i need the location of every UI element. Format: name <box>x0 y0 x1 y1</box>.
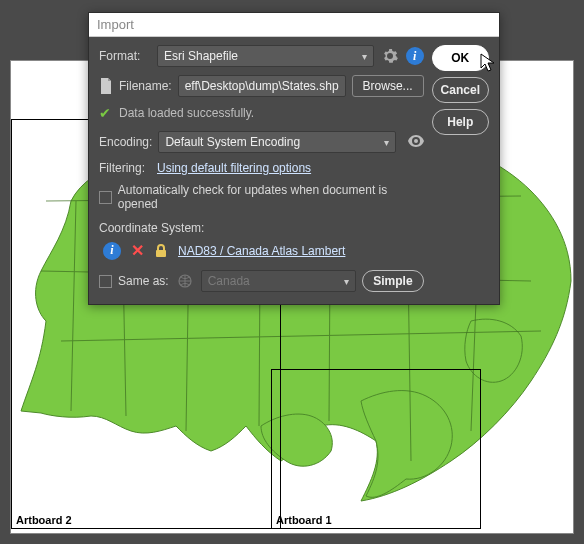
format-label: Format: <box>99 49 151 63</box>
coord-system-link[interactable]: NAD83 / Canada Atlas Lambert <box>178 244 345 258</box>
same-as-value: Canada <box>208 274 250 288</box>
format-value: Esri Shapefile <box>164 49 238 63</box>
cancel-button[interactable]: Cancel <box>432 77 489 103</box>
dialog-title: Import <box>89 13 499 37</box>
filtering-label: Filtering: <box>99 161 151 175</box>
status-text: Data loaded successfully. <box>119 106 254 120</box>
info-icon[interactable]: i <box>103 242 121 260</box>
file-icon <box>99 78 113 94</box>
chevron-down-icon: ▾ <box>384 137 389 148</box>
info-icon[interactable]: i <box>406 47 424 65</box>
import-dialog: Import Format: Esri Shapefile ▾ i Fil <box>88 12 500 305</box>
same-as-checkbox[interactable] <box>99 275 112 288</box>
lock-icon[interactable] <box>154 244 168 258</box>
help-button[interactable]: Help <box>432 109 489 135</box>
format-select[interactable]: Esri Shapefile ▾ <box>157 45 374 67</box>
same-as-select: Canada ▾ <box>201 270 357 292</box>
gear-icon[interactable] <box>380 46 400 66</box>
globe-icon <box>175 271 195 291</box>
artboard-1-frame[interactable]: Artboard 1 <box>271 369 481 529</box>
eye-icon[interactable] <box>408 134 424 150</box>
coord-system-label: Coordinate System: <box>99 221 424 235</box>
auto-check-checkbox[interactable] <box>99 191 112 204</box>
filename-field[interactable]: eff\Desktop\dump\States.shp <box>178 75 346 97</box>
encoding-select[interactable]: Default System Encoding ▾ <box>158 131 395 153</box>
chevron-down-icon: ▾ <box>344 276 349 287</box>
chevron-down-icon: ▾ <box>362 51 367 62</box>
check-icon: ✔ <box>99 105 111 121</box>
encoding-label: Encoding: <box>99 135 152 149</box>
same-as-label: Same as: <box>118 274 169 288</box>
delete-icon[interactable]: ✕ <box>131 241 144 260</box>
filtering-link[interactable]: Using default filtering options <box>157 161 311 175</box>
auto-check-label: Automatically check for updates when doc… <box>118 183 424 211</box>
filename-label: Filename: <box>119 79 172 93</box>
ok-button[interactable]: OK <box>432 45 489 71</box>
encoding-value: Default System Encoding <box>165 135 300 149</box>
artboard-2-label: Artboard 2 <box>16 514 72 526</box>
browse-button[interactable]: Browse... <box>352 75 424 97</box>
svg-rect-0 <box>156 250 166 257</box>
artboard-1-label: Artboard 1 <box>276 514 332 526</box>
simple-button[interactable]: Simple <box>362 270 423 292</box>
